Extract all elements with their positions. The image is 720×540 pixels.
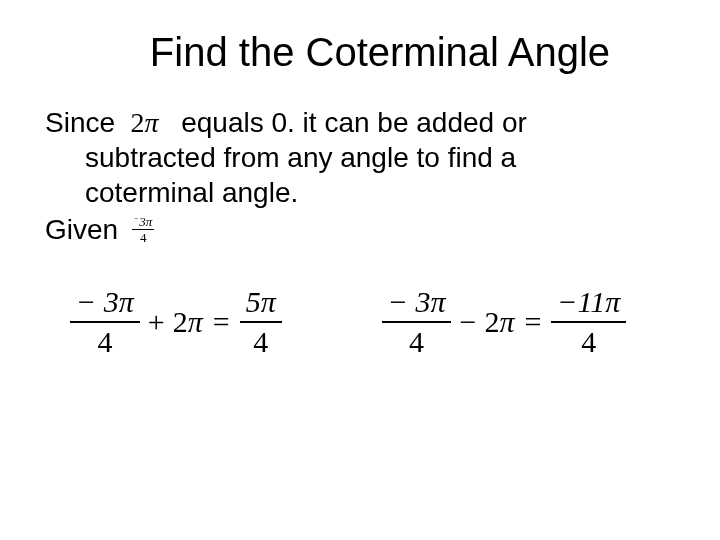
two-pi: 2π: [131, 107, 166, 138]
body-text: Since 2π equals 0. it can be added or su…: [45, 105, 675, 247]
equation-row: − 3π 4 + 2π = 5π 4 − 3π 4 − 2π = −11π 4: [45, 287, 675, 357]
eq1-a-den: 4: [70, 323, 140, 357]
eq1-frac-a: − 3π 4: [70, 287, 140, 357]
eq2-equals: =: [524, 305, 541, 339]
eq1-r-den: 4: [240, 323, 282, 357]
eq2-a-den: 4: [382, 323, 452, 357]
equation-2: − 3π 4 − 2π = −11π 4: [382, 287, 627, 357]
eq1-b-pi: π: [188, 305, 203, 338]
equals-phrase: equals 0. it can be added or: [181, 107, 527, 138]
eq2-b-pi: π: [499, 305, 514, 338]
two: 2: [131, 107, 145, 138]
line-given: Given −3π 4: [45, 212, 675, 247]
eq2-frac-r: −11π 4: [551, 287, 626, 357]
eq2-r-num: −11π: [551, 287, 626, 323]
eq2-frac-a: − 3π 4: [382, 287, 452, 357]
line-since: Since 2π equals 0. it can be added or: [45, 105, 675, 140]
eq1-r-num: 5π: [240, 287, 282, 323]
eq1-equals: =: [213, 305, 230, 339]
eq1-op: +: [148, 305, 165, 339]
given-frac-num: −3π: [132, 215, 154, 230]
eq2-b: 2π: [484, 305, 514, 339]
num-val: 3π: [139, 214, 152, 229]
eq2-r-den: 4: [551, 323, 626, 357]
eq2-op: −: [459, 305, 476, 339]
slide-title: Find the Coterminal Angle: [45, 30, 675, 75]
line-subtracted: subtracted from any angle to find a: [45, 140, 675, 175]
eq1-b: 2π: [173, 305, 203, 339]
given-frac-den: 4: [132, 230, 154, 244]
eq2-a-num: − 3π: [382, 287, 452, 323]
eq1-b-num: 2: [173, 305, 188, 338]
given-fraction: −3π 4: [132, 215, 154, 244]
pi-symbol: π: [145, 107, 159, 138]
slide: Find the Coterminal Angle Since 2π equal…: [0, 0, 720, 540]
line-coterminal: coterminal angle.: [45, 175, 675, 210]
neg-sign: −: [134, 214, 138, 223]
equation-1: − 3π 4 + 2π = 5π 4: [70, 287, 282, 357]
eq1-a-num: − 3π: [70, 287, 140, 323]
eq2-b-num: 2: [484, 305, 499, 338]
given-label: Given: [45, 214, 118, 245]
eq1-frac-r: 5π 4: [240, 287, 282, 357]
since-label: Since: [45, 107, 115, 138]
